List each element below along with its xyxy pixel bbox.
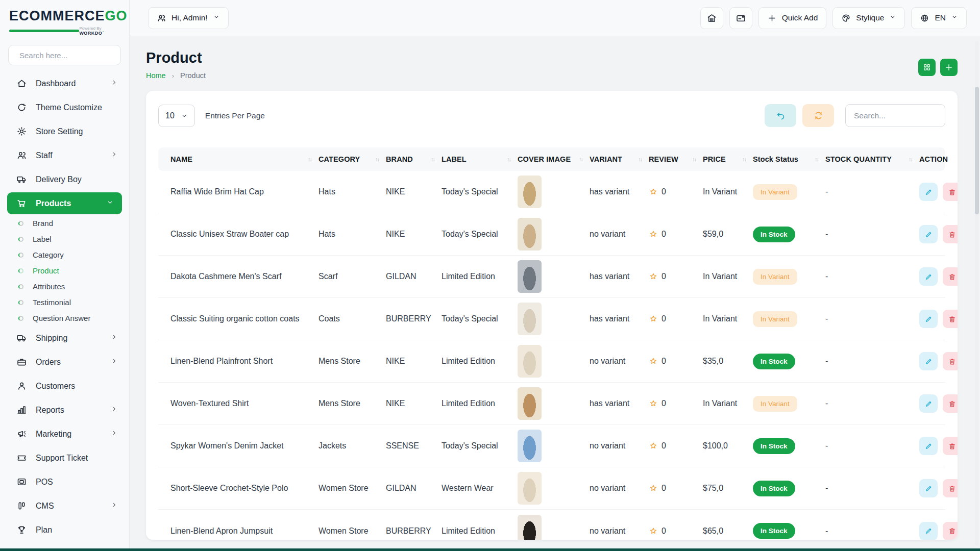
sidebar-subitem-question-answer[interactable]: Question Answer bbox=[0, 310, 129, 326]
quick-add-button[interactable]: Quick Add bbox=[758, 7, 827, 29]
delete-button[interactable] bbox=[943, 225, 958, 243]
sidebar-item-customers[interactable]: Customers bbox=[0, 374, 129, 398]
sidebar-item-cms[interactable]: CMS bbox=[0, 494, 129, 518]
sidebar-subitem-attributes[interactable]: Attributes bbox=[0, 279, 129, 294]
delete-button[interactable] bbox=[943, 352, 958, 370]
sidebar-subitem-label: Label bbox=[33, 235, 52, 243]
sort-arrows-icon: ↑↓ bbox=[742, 156, 746, 162]
topbar: Hi, Admin! Quick Add Stylique EN bbox=[130, 0, 980, 36]
edit-button[interactable] bbox=[919, 183, 938, 201]
edit-button[interactable] bbox=[919, 225, 938, 243]
edit-button[interactable] bbox=[919, 394, 938, 413]
column-header-review[interactable]: REVIEW↑↓ bbox=[649, 155, 703, 163]
edit-button[interactable] bbox=[919, 267, 938, 286]
review-count: 0 bbox=[662, 441, 666, 450]
sidebar-subitem-product[interactable]: Product bbox=[0, 263, 129, 279]
sidebar-item-delivery-boy[interactable]: Delivery Boy bbox=[0, 167, 129, 191]
column-header-label: ACTION bbox=[919, 155, 948, 163]
add-product-button[interactable] bbox=[940, 59, 958, 76]
delete-button[interactable] bbox=[943, 522, 958, 540]
cell-name: Classic Suiting organic cotton coats bbox=[170, 314, 318, 323]
delete-button[interactable] bbox=[943, 183, 958, 201]
cell-name: Woven-Textured Shirt bbox=[170, 399, 318, 408]
delete-button[interactable] bbox=[943, 394, 958, 413]
sidebar-subitem-brand[interactable]: Brand bbox=[0, 215, 129, 231]
undo-button[interactable] bbox=[765, 104, 796, 127]
mail-card-icon bbox=[736, 13, 746, 23]
breadcrumb-home-link[interactable]: Home bbox=[146, 71, 166, 80]
brand-logo[interactable]: ECOMMERCEGO Powered By WORKDO˙ bbox=[0, 0, 129, 36]
column-header-variant[interactable]: VARIANT↑↓ bbox=[590, 155, 649, 163]
sidebar-search-input[interactable] bbox=[19, 51, 121, 60]
trash-icon bbox=[948, 399, 957, 408]
page-title: Product bbox=[146, 49, 206, 66]
column-header-category[interactable]: CATEGORY↑↓ bbox=[318, 155, 386, 163]
sidebar-subitem-testimonial[interactable]: Testimonial bbox=[0, 294, 129, 310]
sidebar-subitem-category[interactable]: Category bbox=[0, 247, 129, 263]
refresh-button[interactable] bbox=[802, 104, 834, 127]
cell-actions bbox=[919, 394, 958, 413]
sidebar-item-pos[interactable]: POS bbox=[0, 470, 129, 494]
bar-chart-icon bbox=[16, 405, 27, 415]
sidebar-item-marketing[interactable]: Marketing bbox=[0, 422, 129, 446]
grid-view-button[interactable] bbox=[918, 59, 936, 76]
cell-label: Limited Edition bbox=[442, 272, 518, 281]
cell-category: Women Store bbox=[318, 484, 386, 493]
cell-review: 0 bbox=[649, 484, 703, 493]
delete-button[interactable] bbox=[943, 479, 958, 497]
column-header-label[interactable]: LABEL↑↓ bbox=[442, 155, 518, 163]
edit-button[interactable] bbox=[919, 352, 938, 370]
scrollbar-thumb[interactable] bbox=[975, 87, 979, 214]
sidebar-item-shipping[interactable]: Shipping bbox=[0, 326, 129, 350]
cell-actions bbox=[919, 479, 958, 497]
delete-button[interactable] bbox=[943, 437, 958, 455]
delete-button[interactable] bbox=[943, 310, 958, 328]
trash-icon bbox=[948, 230, 957, 239]
sidebar-item-dashboard[interactable]: Dashboard bbox=[0, 71, 129, 95]
sidebar-item-store-setting[interactable]: Store Setting bbox=[0, 119, 129, 143]
column-header-brand[interactable]: BRAND↑↓ bbox=[386, 155, 442, 163]
column-header-stock-status[interactable]: Stock Status↑↓ bbox=[753, 155, 825, 163]
page-scrollbar[interactable] bbox=[975, 41, 979, 546]
stock-status-badge: In Stock bbox=[753, 523, 795, 539]
delete-button[interactable] bbox=[943, 267, 958, 286]
cell-stock-status: In Stock bbox=[753, 227, 825, 242]
admin-menu-button[interactable]: Hi, Admin! bbox=[148, 7, 229, 29]
card-button[interactable] bbox=[729, 7, 752, 29]
table-search-input[interactable] bbox=[845, 104, 945, 127]
column-header-price[interactable]: PRICE↑↓ bbox=[703, 155, 753, 163]
sidebar-item-orders[interactable]: Orders bbox=[0, 350, 129, 374]
bottom-edge-bar bbox=[0, 548, 980, 551]
app-window: ECOMMERCEGO Powered By WORKDO˙ Dashboard… bbox=[0, 0, 980, 551]
edit-button[interactable] bbox=[919, 479, 938, 497]
language-selector[interactable]: EN bbox=[911, 7, 967, 29]
review-count: 0 bbox=[662, 399, 666, 408]
product-cover-image bbox=[518, 345, 542, 378]
pencil-icon bbox=[924, 230, 933, 239]
sidebar-item-plan[interactable]: Plan bbox=[0, 518, 129, 542]
column-header-stock-quantity[interactable]: STOCK QUANTITY↑↓ bbox=[825, 155, 919, 163]
sidebar-item-support-ticket[interactable]: Support Ticket bbox=[0, 446, 129, 470]
sort-arrows-icon: ↑↓ bbox=[308, 156, 311, 162]
sidebar-subitem-label: Attributes bbox=[33, 282, 65, 291]
storefront-button[interactable] bbox=[700, 7, 723, 29]
sidebar-search[interactable] bbox=[8, 45, 121, 65]
edit-button[interactable] bbox=[919, 437, 938, 455]
column-header-cover-image[interactable]: COVER IMAGE↑↓ bbox=[518, 155, 590, 163]
sidebar-item-reports[interactable]: Reports bbox=[0, 398, 129, 422]
entries-per-page-select[interactable]: 10 bbox=[158, 105, 195, 127]
table-row: Classic Unisex Straw Boater capHatsNIKET… bbox=[158, 213, 945, 256]
edit-button[interactable] bbox=[919, 522, 938, 540]
sidebar-subitem-label[interactable]: Label bbox=[0, 231, 129, 247]
sidebar-item-theme-customize[interactable]: Theme Customize bbox=[0, 95, 129, 119]
edit-button[interactable] bbox=[919, 310, 938, 328]
sidebar-item-products[interactable]: Products bbox=[7, 192, 122, 214]
cell-cover-image bbox=[518, 387, 590, 420]
cart-icon bbox=[16, 198, 27, 209]
cell-review: 0 bbox=[649, 314, 703, 323]
column-header-name[interactable]: NAME↑↓ bbox=[170, 155, 318, 163]
cell-price: In Variant bbox=[703, 399, 753, 408]
sidebar-item-staff[interactable]: Staff bbox=[0, 143, 129, 167]
theme-selector[interactable]: Stylique bbox=[832, 7, 905, 29]
column-header-label: PRICE bbox=[703, 155, 726, 163]
